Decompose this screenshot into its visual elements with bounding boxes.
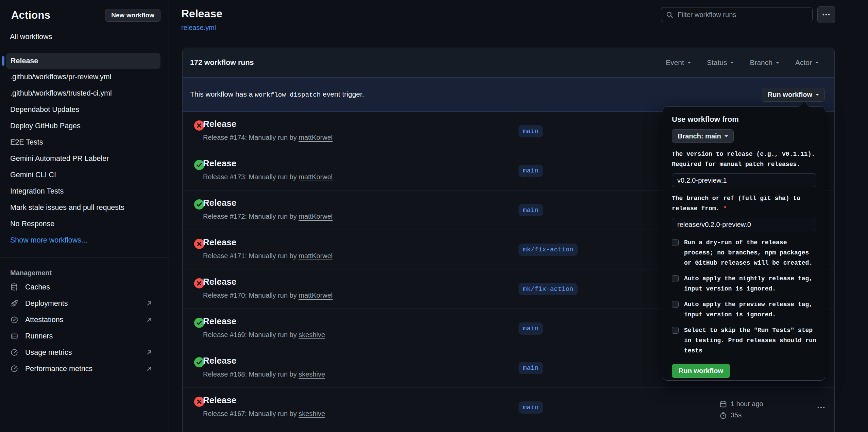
calendar-icon: [719, 400, 727, 408]
run-title-link[interactable]: Release: [203, 158, 236, 169]
chevron-down-icon: [816, 94, 819, 96]
run-time: 1 hour ago: [731, 400, 763, 408]
panel-checkbox[interactable]: [672, 275, 679, 282]
panel-checkbox[interactable]: [672, 327, 679, 334]
sidebar-item-caches[interactable]: Caches: [0, 279, 169, 295]
branch-badge[interactable]: main: [518, 401, 543, 414]
checkbox-label[interactable]: Run a dry-run of the release process; no…: [684, 237, 821, 268]
chevron-down-icon: [815, 62, 819, 64]
sidebar-item--github-workflows-pr-review-yml[interactable]: .github/workflows/pr-review.yml: [0, 69, 169, 85]
run-title-link[interactable]: Release: [203, 119, 236, 129]
filter-label: Branch: [750, 59, 772, 67]
run-description: Release #171: Manually run by mattKorwel: [203, 252, 333, 260]
sidebar-item-deploy-github-pages[interactable]: Deploy GitHub Pages: [0, 118, 169, 134]
branch-selector-button[interactable]: Branch: main: [672, 129, 734, 143]
ref-field-description: The branch or ref (full git sha) to rele…: [672, 193, 821, 214]
checkbox-label[interactable]: Select to skip the "Run Tests" step in t…: [684, 325, 821, 356]
branch-badge[interactable]: mk/fix-action: [518, 244, 578, 256]
workflow-file-link[interactable]: release.yml: [181, 24, 216, 32]
version-input[interactable]: [672, 173, 816, 187]
sidebar-item-label: Show more workflows...: [10, 236, 87, 245]
banner-text: This workflow has aworkflow_dispatcheven…: [190, 90, 364, 99]
actor-link[interactable]: skeshive: [299, 331, 325, 338]
actor-link[interactable]: mattKorwel: [299, 252, 333, 260]
chevron-down-icon: [687, 62, 691, 64]
sidebar-item-label: Attestations: [25, 316, 63, 324]
meter-icon: [10, 365, 18, 373]
actor-link[interactable]: skeshive: [299, 410, 325, 417]
panel-checkbox-row: Auto apply the preview release tag, inpu…: [672, 299, 821, 320]
branch-badge[interactable]: main: [518, 322, 543, 335]
run-workflow-dropdown-button[interactable]: Run workflow: [762, 88, 825, 102]
filter-branch[interactable]: Branch: [750, 59, 779, 67]
checkbox-label[interactable]: Auto apply the preview release tag, inpu…: [684, 299, 821, 320]
branch-badge[interactable]: mk/fix-action: [518, 283, 578, 295]
run-title-link[interactable]: Release: [203, 316, 236, 327]
workflow-list: Release.github/workflows/pr-review.yml.g…: [0, 50, 169, 248]
sidebar-item-runners[interactable]: Runners: [0, 328, 169, 344]
run-title-link[interactable]: Release: [203, 277, 236, 287]
external-link-icon: [146, 316, 153, 323]
run-description: Release #167: Manually run by skeshive: [203, 410, 325, 418]
actor-link[interactable]: mattKorwel: [299, 134, 333, 141]
sidebar-item-label: Mark stale issues and pull requests: [10, 203, 124, 212]
sidebar-item-e2e-tests[interactable]: E2E Tests: [0, 134, 169, 150]
sidebar-item-show-more-workflows-[interactable]: Show more workflows...: [0, 232, 169, 248]
management-heading: Management: [10, 269, 169, 277]
sidebar-item-attestations[interactable]: Attestations: [0, 312, 169, 328]
run-title-link[interactable]: Release: [203, 355, 236, 366]
sidebar-item-gemini-automated-pr-labeler[interactable]: Gemini Automated PR Labeler: [0, 150, 169, 167]
sidebar-item-all-workflows[interactable]: All workflows: [10, 33, 52, 41]
actor-link[interactable]: skeshive: [299, 370, 325, 378]
workflow-run-row[interactable]: ReleaseRelease #167: Manually run by ske…: [183, 388, 834, 427]
sidebar-item-no-response[interactable]: No Response: [0, 216, 169, 232]
run-workflow-panel: Use workflow from Branch: main The versi…: [663, 106, 825, 381]
sidebar-item-release[interactable]: Release: [6, 53, 160, 69]
filter-status[interactable]: Status: [707, 59, 734, 67]
sidebar-item-gemini-cli-ci[interactable]: Gemini CLI CI: [0, 167, 169, 183]
branch-badge[interactable]: main: [518, 204, 543, 216]
verified-icon: [10, 316, 18, 324]
actions-sidebar: Actions New workflow All workflows Relea…: [0, 0, 169, 432]
filter-workflow-runs-input[interactable]: [661, 7, 813, 22]
run-workflow-submit-button[interactable]: Run workflow: [672, 364, 730, 378]
kebab-horizontal-icon: [822, 10, 831, 19]
filter-event[interactable]: Event: [666, 59, 691, 67]
new-workflow-button[interactable]: New workflow: [105, 9, 160, 22]
branch-badge[interactable]: main: [518, 125, 543, 137]
panel-heading: Use workflow from: [672, 115, 821, 124]
run-description: Release #172: Manually run by mattKorwel: [203, 213, 333, 220]
ref-input[interactable]: [672, 218, 816, 231]
sidebar-item-label: Dependabot Updates: [10, 105, 79, 114]
page-title: Release: [181, 7, 222, 20]
sidebar-item-label: Integration Tests: [10, 187, 64, 196]
actor-link[interactable]: mattKorwel: [299, 292, 333, 299]
run-title-link[interactable]: Release: [203, 237, 236, 248]
sidebar-item-deployments[interactable]: Deployments: [0, 295, 169, 312]
workflow-dispatch-code: workflow_dispatch: [255, 91, 321, 99]
sidebar-item-usage-metrics[interactable]: Usage metrics: [0, 344, 169, 361]
actor-link[interactable]: mattKorwel: [299, 173, 333, 181]
sidebar-item-integration-tests[interactable]: Integration Tests: [0, 183, 169, 199]
branch-badge[interactable]: main: [518, 362, 543, 374]
filter-actor[interactable]: Actor: [795, 59, 819, 67]
workflow-options-button[interactable]: [817, 6, 835, 23]
sidebar-item-label: .github/workflows/pr-review.yml: [10, 73, 112, 81]
panel-checkbox[interactable]: [672, 301, 679, 308]
sidebar-item-mark-stale-issues-and-pull-requests[interactable]: Mark stale issues and pull requests: [0, 199, 169, 216]
run-options-button[interactable]: [811, 402, 831, 413]
sidebar-item-label: .github/workflows/trusted-ci.yml: [10, 89, 112, 98]
sidebar-item-dependabot-updates[interactable]: Dependabot Updates: [0, 101, 169, 118]
chevron-down-icon: [725, 135, 728, 137]
sidebar-item--github-workflows-trusted-ci-yml[interactable]: .github/workflows/trusted-ci.yml: [0, 85, 169, 101]
checkbox-label[interactable]: Auto apply the nightly release tag, inpu…: [684, 273, 821, 294]
actor-link[interactable]: mattKorwel: [299, 213, 333, 220]
run-title-link[interactable]: Release: [203, 198, 236, 208]
version-field-description: The version to release (e.g., v0.1.11). …: [672, 149, 821, 169]
runs-count: 172 workflow runs: [190, 59, 254, 67]
run-description: Release #173: Manually run by mattKorwel: [203, 173, 333, 181]
sidebar-item-performance-metrics[interactable]: Performance metrics: [0, 361, 169, 377]
panel-checkbox[interactable]: [672, 239, 679, 246]
run-title-link[interactable]: Release: [203, 395, 236, 405]
branch-badge[interactable]: main: [518, 165, 543, 177]
